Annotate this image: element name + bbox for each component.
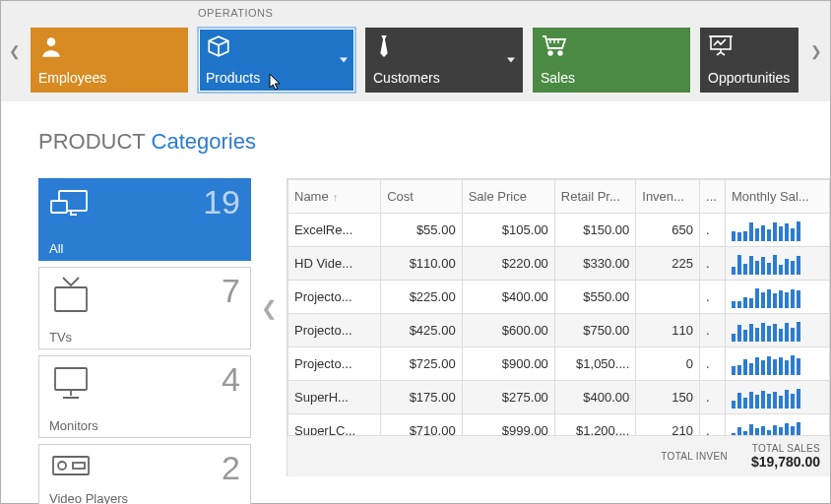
nav-scroll-left[interactable]: ❮ — [1, 43, 29, 59]
category-label: Video Players — [49, 491, 128, 504]
col-header-retail-price[interactable]: Retail Pr... — [554, 180, 635, 214]
top-nav-bar: OPERATIONS ❮ Employees Products Customer… — [1, 1, 830, 101]
cell-name: Projecto... — [288, 347, 381, 381]
footer-sales-value: $19,780.00 — [751, 454, 820, 470]
operations-section-label: OPERATIONS — [198, 7, 273, 19]
cell-retail: $330.00 — [554, 247, 635, 281]
svg-point-9 — [58, 462, 66, 470]
category-label: TVs — [49, 330, 72, 345]
cell-sparkline — [725, 347, 829, 381]
cell-more: . — [700, 381, 726, 414]
page-title: PRODUCT Categories — [38, 129, 256, 155]
category-tile-all[interactable]: 19 All — [38, 178, 251, 261]
cell-sale: $400.00 — [462, 281, 554, 314]
cell-more: . — [700, 314, 726, 347]
cell-inventory: 0 — [636, 347, 700, 381]
cell-retail: $150.00 — [554, 214, 635, 247]
nav-tile-label: Employees — [38, 70, 180, 86]
nav-tile-label: Products — [206, 70, 348, 86]
dropdown-icon[interactable] — [340, 58, 348, 63]
player-icon — [49, 453, 93, 480]
dropdown-icon[interactable] — [507, 58, 515, 63]
cell-name: SuperH... — [288, 381, 381, 414]
category-label: Monitors — [49, 418, 98, 433]
cell-sale: $220.00 — [462, 247, 554, 281]
cell-inventory: 650 — [636, 214, 700, 247]
cell-cost: $425.00 — [381, 314, 462, 347]
col-header-monthly-sales[interactable]: Monthly Sal... — [725, 180, 829, 214]
tie-icon — [373, 33, 395, 59]
nav-scroll-right[interactable]: ❯ — [802, 43, 830, 59]
cell-retail: $550.00 — [554, 281, 635, 314]
svg-rect-3 — [711, 36, 731, 49]
cell-inventory — [636, 281, 700, 314]
category-tile-tvs[interactable]: 7 TVs — [38, 267, 251, 349]
category-tile-video-players[interactable]: 2 Video Players — [38, 444, 251, 504]
category-count: 2 — [222, 449, 240, 487]
col-header-sale-price[interactable]: Sale Price — [462, 180, 554, 214]
table-row[interactable]: Projecto...$225.00$400.00$550.00. — [288, 281, 830, 314]
svg-point-0 — [47, 37, 56, 46]
nav-tile-employees[interactable]: Employees — [31, 28, 188, 93]
nav-tile-products[interactable]: Products — [198, 28, 355, 93]
cell-sale: $275.00 — [462, 381, 554, 414]
col-header-more[interactable]: ... — [700, 180, 726, 214]
monitor-icon — [49, 364, 93, 404]
col-header-cost[interactable]: Cost — [381, 180, 462, 214]
cell-more: . — [700, 247, 726, 281]
person-icon — [38, 33, 64, 59]
cell-cost: $55.00 — [381, 214, 462, 247]
table-row[interactable]: Projecto...$725.00$900.00$1,050....0. — [288, 347, 830, 381]
category-count: 7 — [222, 272, 240, 310]
table-row[interactable]: SuperH...$175.00$275.00$400.00150. — [288, 381, 830, 414]
nav-tile-opportunities[interactable]: Opportunities — [700, 28, 799, 93]
cell-name: HD Vide... — [288, 247, 381, 281]
svg-rect-5 — [51, 201, 67, 213]
cell-cost: $225.00 — [381, 281, 462, 314]
svg-rect-10 — [73, 463, 85, 469]
presentation-icon — [708, 33, 734, 57]
cell-name: ExcelRe... — [288, 214, 381, 247]
cell-sale: $600.00 — [462, 314, 554, 347]
cell-sale: $900.00 — [462, 347, 554, 381]
box-icon — [206, 33, 231, 59]
category-tile-monitors[interactable]: 4 Monitors — [38, 355, 251, 438]
nav-tile-label: Customers — [373, 70, 515, 86]
svg-rect-6 — [55, 287, 87, 311]
tv-icon — [49, 276, 93, 315]
product-grid: Name↑ Cost Sale Price Retail Pr... Inven… — [287, 178, 830, 476]
nav-tile-label: Opportunities — [708, 70, 791, 86]
nav-tile-customers[interactable]: Customers — [365, 28, 523, 93]
footer-inventory-label: TOTAL INVEN — [661, 451, 728, 462]
nav-tile-label: Sales — [541, 70, 682, 86]
category-label: All — [49, 241, 63, 256]
cell-sparkline — [725, 214, 829, 247]
cell-sparkline — [725, 381, 829, 414]
cell-cost: $110.00 — [381, 247, 462, 281]
collapse-sidebar-button[interactable]: ❮ — [251, 178, 287, 503]
cell-sparkline — [725, 247, 829, 281]
cell-retail: $1,050.... — [554, 347, 635, 381]
table-row[interactable]: ExcelRe...$55.00$105.00$150.00650. — [288, 214, 830, 247]
cell-cost: $725.00 — [381, 347, 462, 381]
svg-rect-7 — [55, 368, 87, 390]
cell-more: . — [700, 214, 726, 247]
cell-inventory: 110 — [636, 314, 700, 347]
nav-tile-sales[interactable]: Sales — [533, 28, 690, 93]
cell-name: Projecto... — [288, 281, 381, 314]
col-header-name[interactable]: Name↑ — [288, 180, 381, 214]
category-count: 4 — [222, 360, 240, 399]
category-sidebar: 19 All 7 TVs 4 Monitors 2 Video Players — [38, 178, 251, 503]
col-header-inventory[interactable]: Inven... — [636, 180, 700, 214]
grid-header-row: Name↑ Cost Sale Price Retail Pr... Inven… — [288, 180, 830, 214]
sort-asc-icon: ↑ — [333, 191, 339, 203]
table-row[interactable]: HD Vide...$110.00$220.00$330.00225. — [288, 247, 830, 281]
cell-more: . — [700, 347, 726, 381]
table-row[interactable]: Projecto...$425.00$600.00$750.00110. — [288, 314, 830, 347]
cell-name: Projecto... — [288, 314, 381, 347]
grid-footer: TOTAL INVEN TOTAL SALES $19,780.00 — [288, 435, 830, 476]
cell-inventory: 150 — [636, 381, 700, 414]
svg-point-2 — [558, 51, 562, 55]
category-count: 19 — [203, 183, 240, 221]
devices-icon — [49, 187, 93, 220]
